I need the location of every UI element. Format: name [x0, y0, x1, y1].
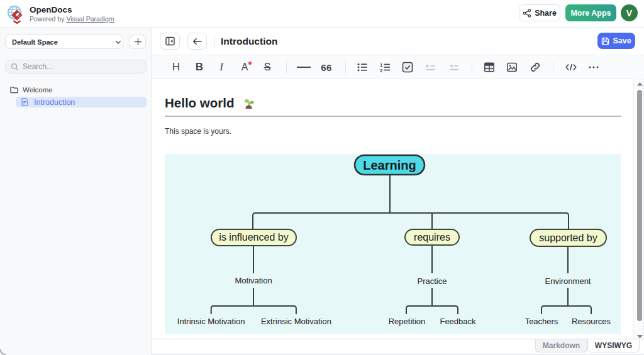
svg-text:supported by: supported by — [539, 232, 597, 243]
svg-text:Teachers: Teachers — [525, 317, 558, 326]
svg-text:requires: requires — [414, 232, 450, 243]
svg-text:1: 1 — [380, 62, 383, 68]
svg-text:2: 2 — [380, 68, 383, 74]
svg-text:Repetition: Repetition — [389, 317, 426, 326]
svg-text:Feedback: Feedback — [440, 317, 476, 326]
svg-text:is influenced by: is influenced by — [219, 232, 288, 243]
svg-text:Learning: Learning — [363, 158, 416, 172]
svg-text:Extrinsic Motivation: Extrinsic Motivation — [261, 317, 331, 326]
svg-text:Intrinsic Motivation: Intrinsic Motivation — [177, 317, 245, 326]
svg-text:Motivation: Motivation — [235, 276, 272, 285]
svg-text:Resources: Resources — [572, 317, 611, 326]
svg-text:Environment: Environment — [545, 276, 591, 286]
svg-text:Practice: Practice — [418, 276, 447, 286]
